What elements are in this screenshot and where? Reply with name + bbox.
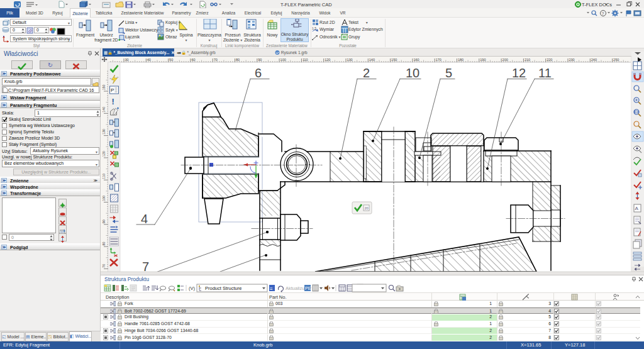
- svg-text:110: 110: [303, 58, 308, 62]
- svg-text:4: 4: [141, 212, 148, 226]
- svg-text:PE: PE: [305, 286, 311, 291]
- svg-text:90: 90: [102, 219, 106, 223]
- svg-text:1,5: 1,5: [312, 26, 316, 30]
- svg-text:110: 110: [102, 174, 106, 179]
- svg-text:(V): (V): [189, 285, 196, 291]
- svg-text:70: 70: [214, 58, 218, 62]
- svg-text:10: 10: [406, 66, 419, 80]
- svg-text:250: 250: [613, 58, 619, 62]
- svg-text:160: 160: [413, 58, 419, 62]
- svg-text:P: P: [111, 87, 114, 93]
- svg-text:170: 170: [436, 58, 441, 62]
- svg-text:120: 120: [325, 58, 330, 62]
- svg-text:11: 11: [538, 66, 552, 80]
- svg-text:2: 2: [363, 66, 370, 80]
- svg-text:230: 230: [569, 58, 575, 62]
- svg-text:140: 140: [369, 58, 375, 62]
- svg-text:90: 90: [258, 58, 262, 62]
- svg-text:?: ?: [602, 11, 604, 16]
- svg-text:220: 220: [547, 58, 552, 62]
- svg-text:T-FLEX DOCs: T-FLEX DOCs: [582, 2, 612, 8]
- svg-text:6: 6: [255, 66, 262, 80]
- svg-text:A: A: [635, 206, 639, 211]
- svg-text:100: 100: [280, 58, 286, 62]
- svg-text:80: 80: [236, 58, 240, 62]
- svg-text:30: 30: [125, 58, 129, 62]
- svg-text:50: 50: [169, 58, 173, 62]
- svg-text:240: 240: [591, 58, 597, 62]
- svg-text:100: 100: [102, 196, 106, 201]
- svg-text:Product Structure: Product Structure: [205, 285, 242, 291]
- svg-text:20: 20: [365, 206, 369, 210]
- svg-text:120: 120: [102, 151, 106, 157]
- svg-text:Aktualizuj: Aktualizuj: [286, 285, 306, 291]
- svg-text:210: 210: [525, 58, 530, 62]
- svg-text:130: 130: [102, 129, 106, 135]
- svg-text:!: !: [112, 97, 114, 106]
- svg-text:200: 200: [502, 58, 508, 62]
- svg-text:140: 140: [102, 107, 106, 113]
- svg-text:190: 190: [480, 58, 486, 62]
- svg-text:40: 40: [147, 58, 151, 62]
- svg-text:12: 12: [512, 66, 526, 80]
- svg-text:80: 80: [102, 241, 106, 245]
- svg-text:5: 5: [445, 66, 452, 80]
- svg-text:60: 60: [191, 58, 195, 62]
- svg-text:150: 150: [102, 84, 106, 90]
- svg-text:≡: ≡: [270, 286, 273, 292]
- svg-text:150: 150: [391, 58, 397, 62]
- svg-text:130: 130: [347, 58, 353, 62]
- svg-text:70: 70: [102, 264, 106, 268]
- svg-text:180: 180: [458, 58, 464, 62]
